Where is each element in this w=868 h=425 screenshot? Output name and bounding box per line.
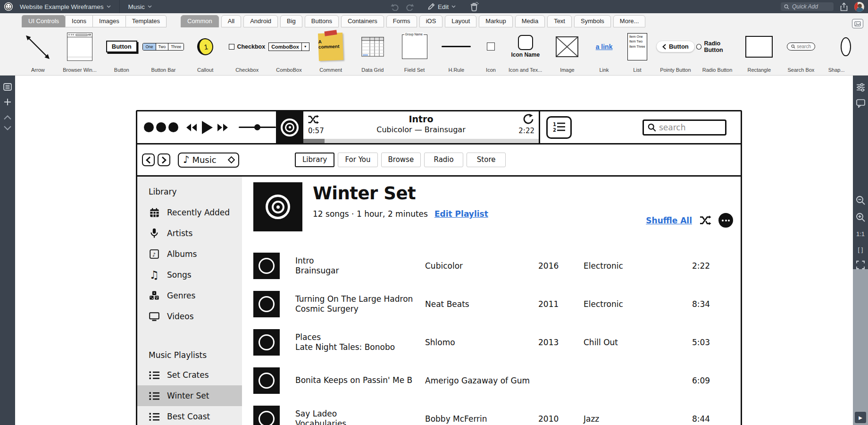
cat-forms[interactable]: Forms (386, 15, 417, 27)
quick-add-search[interactable] (781, 2, 834, 11)
song-row[interactable]: Turning On The Large HadronCosmic Surger… (253, 285, 741, 323)
sidebar-item-videos[interactable]: Videos (137, 306, 242, 327)
palette-item-search-box[interactable]: search Search Box (780, 27, 822, 75)
palette-item-rectangle[interactable]: Rectangle (738, 27, 780, 75)
page-selector-menu[interactable]: Music (128, 3, 152, 10)
palette-item-icon-and-text[interactable]: Icon Name Icon and Tex... (504, 27, 546, 75)
cat-symbols[interactable]: Symbols (574, 15, 611, 27)
palette-item-combobox[interactable]: ComboBox▼ ComboBox (268, 27, 310, 75)
fullscreen-icon[interactable] (856, 261, 865, 269)
comments-icon[interactable] (856, 99, 865, 108)
volume-slider-handle[interactable] (254, 124, 260, 130)
tab-icons[interactable]: Icons (65, 15, 92, 27)
palette-item-pointy-button[interactable]: Button Pointy Button (655, 27, 697, 75)
palette-item-shape[interactable]: Shap... (822, 27, 851, 75)
palette-item-list[interactable]: Item OneItem TwoItem Three List (620, 27, 654, 75)
tab-templates[interactable]: Templates (125, 15, 167, 27)
sidebar-item-artists[interactable]: Artists (137, 223, 242, 244)
palette-item-image[interactable]: Image (546, 27, 588, 75)
palette-item-callout[interactable]: 1 Callout (184, 27, 226, 75)
palette-item-data-grid[interactable]: Data Grid (352, 27, 394, 75)
presentation-play-button[interactable]: ▶ (855, 412, 866, 423)
undo-icon[interactable] (391, 3, 399, 11)
shuffle-all-link[interactable]: Shuffle All (646, 216, 692, 225)
redo-icon[interactable] (406, 3, 414, 11)
sidebar-item-songs[interactable]: ♫ Songs (137, 264, 242, 285)
palette-item-hrule[interactable]: H.Rule (435, 27, 477, 75)
panel-toggle-icon[interactable] (852, 19, 863, 28)
zoom-actual-size-button[interactable]: 1:1 (856, 230, 865, 238)
media-type-selector[interactable]: ♪ Music (178, 153, 239, 168)
scrollbar-track[interactable] (853, 269, 868, 425)
library-search-box[interactable]: search (643, 119, 726, 136)
cat-text[interactable]: Text (547, 15, 572, 27)
palette-item-button-bar[interactable]: OneTwoThree Button Bar (142, 27, 184, 75)
sidebar-item-best-coast[interactable]: Best Coast (137, 406, 242, 425)
sidebar-item-recently-added[interactable]: Recently Added (137, 202, 242, 223)
move-up-icon[interactable] (3, 115, 12, 120)
cat-common[interactable]: Common (181, 15, 219, 27)
add-page-icon[interactable] (4, 98, 11, 106)
tab-images[interactable]: Images (92, 15, 125, 27)
play-icon[interactable] (201, 120, 213, 135)
project-title-menu[interactable]: Website Example Wireframes (20, 3, 111, 10)
tab-radio[interactable]: Radio (424, 153, 463, 167)
palette-item-radio-button[interactable]: Radio Button Radio Button (696, 27, 738, 75)
tab-store[interactable]: Store (467, 153, 506, 167)
window-buttons[interactable] (144, 122, 178, 132)
fast-forward-icon[interactable] (217, 123, 228, 132)
sidebar-item-genres[interactable]: Genres (137, 285, 242, 306)
shuffle-icon[interactable] (699, 215, 711, 225)
forward-button[interactable] (158, 153, 170, 166)
tab-library[interactable]: Library (295, 153, 334, 167)
repeat-icon[interactable] (523, 114, 534, 125)
palette-item-arrow[interactable]: Arrow (17, 27, 59, 75)
volume-slider[interactable] (239, 127, 276, 128)
app-logo-icon[interactable] (4, 2, 13, 11)
tab-for-you[interactable]: For You (338, 153, 377, 167)
more-options-button[interactable] (718, 213, 733, 228)
back-button[interactable] (142, 153, 155, 166)
zoom-in-icon[interactable] (856, 212, 865, 222)
cat-containers[interactable]: Containers (341, 15, 384, 27)
cat-android[interactable]: Android (243, 15, 278, 27)
cat-ios[interactable]: iOS (419, 15, 443, 27)
palette-item-field-set[interactable]: Group Name Field Set (393, 27, 435, 75)
sidebar-item-winter-set[interactable]: Winter Set (137, 385, 242, 406)
palette-item-browser-window[interactable]: Browser Win... (59, 27, 101, 75)
zoom-out-icon[interactable] (856, 196, 865, 205)
edit-playlist-link[interactable]: Edit Playlist (434, 209, 488, 219)
edit-menu[interactable]: Edit (427, 3, 456, 10)
pages-panel-icon[interactable] (3, 83, 12, 91)
cat-big[interactable]: Big (280, 15, 302, 27)
cat-layout[interactable]: Layout (445, 15, 476, 27)
palette-item-button[interactable]: Button Button (100, 27, 142, 75)
cat-all[interactable]: All (221, 15, 241, 27)
rewind-icon[interactable] (186, 123, 197, 132)
sidebar-item-set-crates[interactable]: Set Crates (137, 365, 242, 385)
move-down-icon[interactable] (3, 126, 12, 130)
player-bar[interactable]: 0:57 Intro Cubicolor — Brainsugar 2:22 1… (137, 111, 741, 144)
quick-add-input[interactable] (792, 3, 830, 10)
zoom-to-selection-button[interactable]: [ ] (858, 246, 863, 253)
sidebar-item-albums[interactable]: ♪ Albums (137, 244, 242, 264)
user-avatar[interactable] (854, 2, 864, 12)
tab-browse[interactable]: Browse (381, 153, 421, 167)
palette-item-comment[interactable]: A comment Comment (310, 27, 352, 75)
progress-bar[interactable] (303, 139, 539, 143)
palette-item-checkbox[interactable]: Checkbox Checkbox (226, 27, 268, 75)
cat-more[interactable]: More... (613, 15, 645, 27)
palette-item-link[interactable]: a link Link (588, 27, 620, 75)
cat-buttons[interactable]: Buttons (305, 15, 339, 27)
song-row[interactable]: Bonita Keeps on Passin' Me B Amerigo Gaz… (253, 361, 741, 400)
song-row[interactable]: PlacesLate Night Tales: Bonobo Shlomo 20… (253, 323, 741, 361)
settings-sliders-icon[interactable] (856, 83, 865, 92)
trash-icon[interactable] (470, 2, 479, 11)
design-canvas[interactable]: 0:57 Intro Cubicolor — Brainsugar 2:22 1… (15, 76, 853, 425)
share-export-icon[interactable] (840, 2, 848, 11)
palette-item-icon[interactable]: Icon (477, 27, 505, 75)
cat-markup[interactable]: Markup (479, 15, 512, 27)
song-row[interactable]: Say LadeoVocabularies Bobby McFerrin 201… (253, 400, 741, 425)
song-row[interactable]: IntroBrainsugar Cubicolor 2016 Electroni… (253, 246, 741, 285)
music-app-wireframe[interactable]: 0:57 Intro Cubicolor — Brainsugar 2:22 1… (136, 110, 742, 425)
